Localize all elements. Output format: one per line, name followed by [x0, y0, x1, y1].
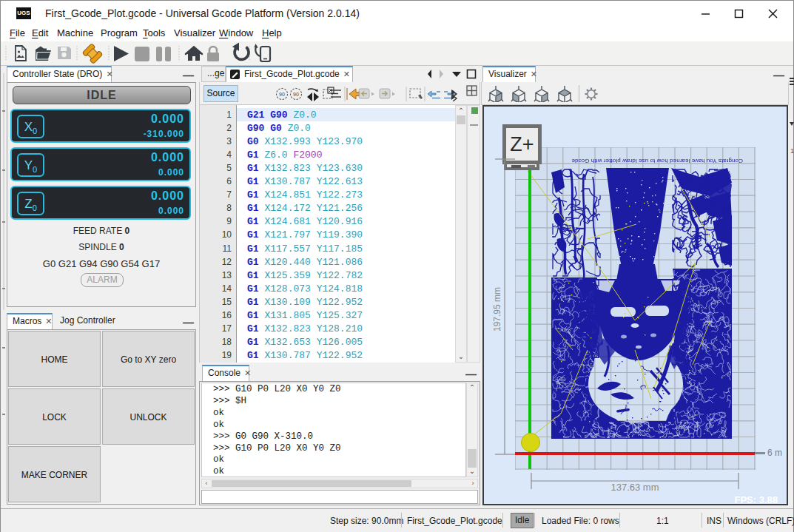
svg-text:1: 1	[790, 147, 794, 155]
svg-text:137.63 mm: 137.63 mm	[610, 482, 659, 493]
svg-text:90: 90	[279, 92, 285, 97]
svg-text:FPS: 3.88: FPS: 3.88	[734, 494, 778, 504]
svg-text:197.95 mm: 197.95 mm	[492, 287, 502, 331]
svg-text:90: 90	[293, 92, 299, 97]
